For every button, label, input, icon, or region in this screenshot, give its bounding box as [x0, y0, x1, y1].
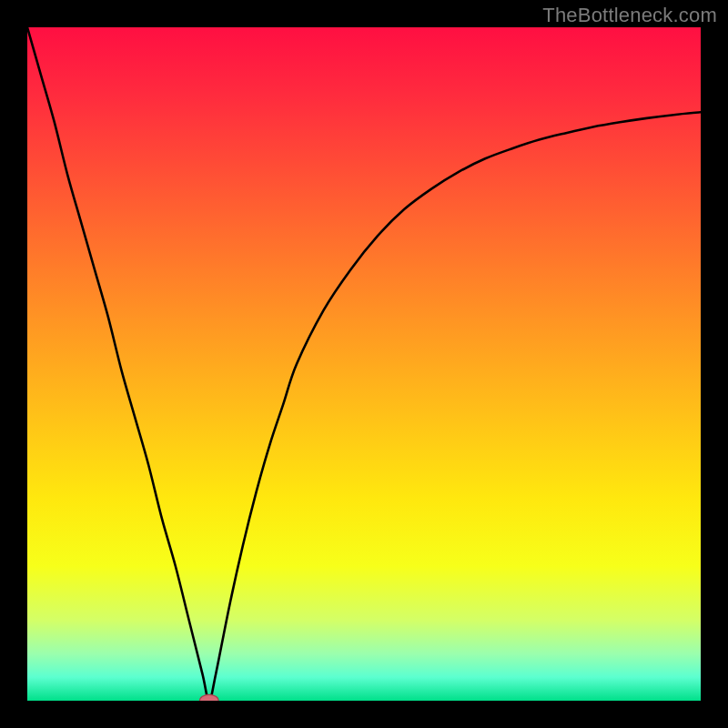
chart-svg: [27, 27, 701, 701]
outer-frame: TheBottleneck.com: [0, 0, 728, 728]
minimum-marker: [199, 694, 218, 701]
bottleneck-curve: [27, 27, 701, 701]
plot-area: [27, 27, 701, 701]
watermark-text: TheBottleneck.com: [542, 4, 717, 27]
